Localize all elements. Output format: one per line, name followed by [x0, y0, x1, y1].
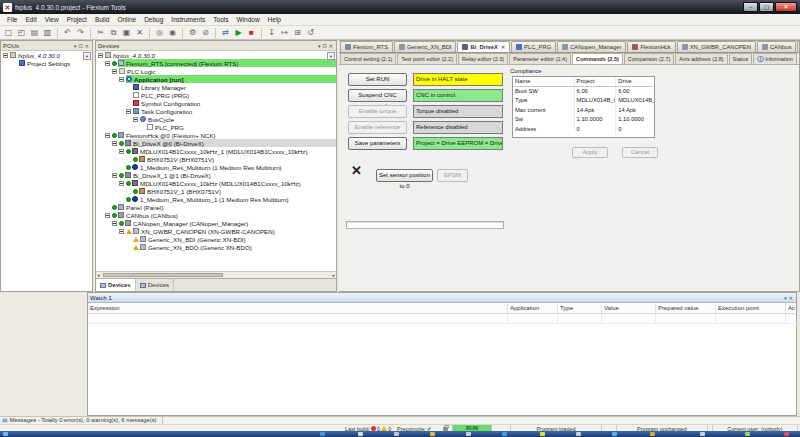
menu-edit[interactable]: Edit	[21, 16, 40, 23]
watch-cell[interactable]	[558, 314, 602, 324]
panel-close-icon[interactable]: ✕	[328, 43, 334, 49]
build-icon[interactable]: ⚙	[187, 27, 198, 39]
tab-relay-editor-2-3-[interactable]: Relay editor (2.3)	[458, 53, 508, 64]
expander-icon[interactable]	[119, 77, 124, 82]
doc-tab-generic_xn_bdi[interactable]: Generic_XN_BDI	[394, 41, 456, 52]
undo-icon[interactable]: ↶	[62, 27, 73, 39]
login-icon[interactable]: ⇄	[220, 27, 231, 39]
menu-debug[interactable]: Debug	[140, 16, 167, 23]
tree-item[interactable]: PLC_PRG (PRG)	[96, 91, 336, 99]
menu-online[interactable]: Online	[113, 16, 140, 23]
taskbar-icon[interactable]	[466, 432, 471, 436]
taskbar-icon[interactable]	[430, 432, 435, 436]
enable-reference-button[interactable]: Enable reference	[348, 121, 407, 134]
tab-test-point-editor-2-2-[interactable]: Test point editor (2.2)	[397, 53, 457, 64]
tree-item[interactable]: Panel (Panel)	[96, 203, 336, 211]
expander-icon[interactable]	[112, 173, 117, 178]
windows-taskbar[interactable]	[0, 431, 800, 437]
watch-cell[interactable]	[508, 314, 558, 324]
tab-commands-2-5-[interactable]: Commands (2.5)	[572, 53, 623, 64]
tree-item[interactable]: MDLUX014B1Cxxxx_10kHz (MDLUX014B1Cxxxx_1…	[96, 179, 336, 187]
tree-item[interactable]: Application [run]	[96, 75, 336, 83]
tree-item[interactable]: MDLUX014B1Cxxxx_10kHz_1 (MDLUX014B1Cxxxx…	[96, 147, 336, 155]
devices-tab[interactable]: Devices	[136, 279, 174, 291]
expander-icon[interactable]	[112, 69, 117, 74]
minimize-button[interactable]: −	[743, 2, 758, 12]
taskbar-icon[interactable]	[540, 432, 545, 436]
start-icon[interactable]: ▶	[233, 27, 244, 39]
step-into-icon[interactable]: ↧	[266, 27, 277, 39]
tab-information[interactable]: ⓘInformation	[753, 53, 797, 64]
tree-item[interactable]: BHX0751V_1 (BHX0751V)	[96, 187, 336, 195]
tree-item[interactable]: Symbol Configuration	[96, 99, 336, 107]
doc-tab-xn_gwbr_canopen[interactable]: XN_GWBR_CANOPEN	[677, 41, 756, 52]
watch-cell[interactable]	[656, 314, 716, 324]
paste-icon[interactable]: ▣	[121, 27, 132, 39]
close-tab-icon[interactable]: ✕	[501, 44, 505, 50]
tree-item[interactable]: PLC Logic	[96, 67, 336, 75]
tree-item-project-root[interactable]: fxplus_4.0.30.0	[1, 51, 92, 59]
set-run-button[interactable]: Set RUN	[348, 73, 407, 86]
panel-close-icon[interactable]: ✕	[788, 295, 794, 301]
print-icon[interactable]: ▥	[42, 27, 53, 39]
tree-item[interactable]: BHX0751V (BHX0751V)	[96, 155, 336, 163]
tab-control-setting-2-1-[interactable]: Control setting (2.1)	[340, 53, 396, 64]
doc-tab-plc_prg[interactable]: PLC_PRG	[511, 41, 556, 52]
expander-icon[interactable]	[112, 141, 117, 146]
taskbar-icon[interactable]	[358, 432, 363, 436]
menu-instruments[interactable]: Instruments	[167, 16, 209, 23]
tree-item[interactable]: 1_Medium_Res_Multiturn_1 (1 Medium Res M…	[96, 195, 336, 203]
expander-icon[interactable]	[119, 181, 124, 186]
expander-icon[interactable]	[112, 221, 117, 226]
tab-axis-address-2-8-[interactable]: Axis address (2.8)	[675, 53, 727, 64]
doc-tab-canbus[interactable]: CANbus	[757, 41, 797, 52]
tree-item-project-settings[interactable]: Project Settings	[1, 59, 92, 67]
tree-item[interactable]: PLC_PRG	[96, 123, 336, 131]
taskbar-icon[interactable]	[612, 432, 617, 436]
menu-tools[interactable]: Tools	[209, 16, 232, 23]
scroll-left-icon[interactable]: ◂	[97, 272, 100, 278]
tree-item[interactable]: fxplus_4.0.30.0	[96, 51, 336, 59]
tree-item[interactable]: Generic_XN_BDO (Generic XN-BDO)	[96, 243, 336, 251]
tree-item[interactable]: Library Manager	[96, 83, 336, 91]
expander-icon[interactable]	[3, 53, 8, 58]
expander-icon[interactable]	[98, 53, 103, 58]
taskbar-icon[interactable]	[576, 432, 581, 436]
apply-button[interactable]: Apply	[572, 147, 608, 158]
new-file-icon[interactable]: ▢	[3, 27, 14, 39]
doc-tab-canopen_manager[interactable]: CANopen_Manager	[557, 41, 626, 52]
find-icon[interactable]: ◎	[154, 27, 165, 39]
stop-icon[interactable]: ■	[246, 27, 257, 39]
menu-project[interactable]: Project	[63, 16, 91, 23]
root-combo-dropdown[interactable]: ▾	[327, 52, 335, 60]
tab-parameter-editor-2-4-[interactable]: Parameter editor (2.4)	[509, 53, 571, 64]
tree-item[interactable]: BusCycle	[96, 115, 336, 123]
doc-tab-library[interactable]: Library▾	[797, 41, 799, 52]
find-replace-icon[interactable]: ◉	[167, 27, 178, 39]
taskbar-icon[interactable]	[3, 432, 8, 436]
breakpoint-icon[interactable]: ⊞	[292, 27, 303, 39]
expander-icon[interactable]	[105, 133, 110, 138]
suspend-cnc-control-button[interactable]: Suspend CNC control	[348, 89, 407, 102]
tree-item[interactable]: 1_Medium_Res_Multiturn (1 Medium Res Mul…	[96, 163, 336, 171]
redo-icon[interactable]: ↷	[75, 27, 86, 39]
open-file-icon[interactable]: ◰	[16, 27, 27, 39]
taskbar-icon[interactable]	[784, 432, 789, 436]
delete-icon[interactable]: ✕	[134, 27, 145, 39]
close-button[interactable]: ✕	[775, 2, 797, 12]
epsm-button[interactable]: EPSM	[437, 169, 468, 182]
maximize-button[interactable]: ▢	[759, 2, 774, 12]
tree-item[interactable]: CANopen_Manager (CANopen_Manager)	[96, 219, 336, 227]
menu-build[interactable]: Build	[91, 16, 113, 23]
copy-icon[interactable]: ⧉	[108, 27, 119, 39]
expander-icon[interactable]	[119, 229, 124, 234]
watch-column-ac[interactable]: Ac	[786, 303, 798, 313]
doc-tab-bi_drivex[interactable]: Bi_DriveX✕	[457, 41, 510, 52]
expander-icon[interactable]	[126, 109, 131, 114]
scrollbar-thumb[interactable]	[103, 273, 223, 277]
cancel-button[interactable]: Cancel	[622, 147, 658, 158]
taskbar-icon[interactable]	[745, 432, 750, 436]
watch-cell[interactable]	[716, 314, 786, 324]
scroll-right-icon[interactable]: ▸	[332, 272, 335, 278]
save-parameters-button[interactable]: Save parameters	[348, 137, 407, 150]
